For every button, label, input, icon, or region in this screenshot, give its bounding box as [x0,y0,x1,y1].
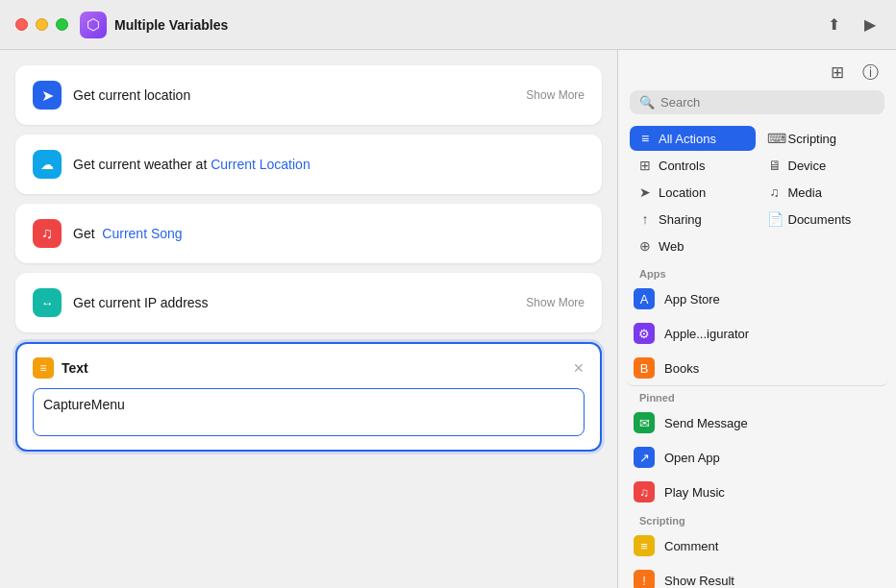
play-music-label: Play Music [664,485,725,500]
action-weather-label: Get current weather at Current Location [73,157,585,172]
play-music-icon: ♫ [634,481,655,502]
media-icon: ♫ [767,184,783,200]
category-location[interactable]: ➤ Location [630,180,756,205]
category-scripting-label: Scripting [788,132,837,146]
list-item-comment[interactable]: ≡ Comment [626,528,888,563]
category-device-label: Device [788,159,827,173]
action-get-ip[interactable]: ↔ Get current IP address Show More [15,273,602,332]
action-get-song[interactable]: ♫ Get Current Song [15,204,602,263]
send-message-label: Send Message [664,416,748,430]
list-item-app-store[interactable]: A App Store [626,282,888,316]
category-sharing-label: Sharing [659,212,702,227]
comment-icon: ≡ [634,535,655,556]
open-app-label: Open App [664,451,720,465]
comment-label: Comment [664,539,718,553]
category-media[interactable]: ♫ Media [759,180,885,205]
category-scripting[interactable]: ⌨ Scripting [759,126,885,151]
action-get-location[interactable]: ➤ Get current location Show More [15,65,602,125]
category-controls[interactable]: ⊞ Controls [630,153,756,178]
category-location-label: Location [659,185,706,200]
documents-icon: 📄 [767,211,783,227]
category-sharing[interactable]: ↑ Sharing [630,207,756,232]
show-result-label: Show Result [664,574,734,588]
traffic-lights [15,18,68,31]
scripting-section-label: Scripting [626,509,888,528]
apple-configurator-icon: ⚙ [634,323,655,344]
location-nav-icon: ➤ [637,184,653,200]
main-content: ➤ Get current location Show More ☁ Get c… [0,50,896,588]
books-label: Books [664,361,699,376]
pinned-section-label: Pinned [626,386,888,405]
list-item-play-music[interactable]: ♫ Play Music [626,475,888,509]
search-icon: 🔍 [639,95,655,110]
category-web-label: Web [659,239,684,254]
category-documents[interactable]: 📄 Documents [759,207,885,232]
add-to-library-button[interactable]: ⊞ [827,61,848,83]
list-item-apple-configurator[interactable]: ⚙ Apple...igurator [626,316,888,351]
books-icon: B [634,357,655,379]
list-item-show-result[interactable]: ! Show Result [626,563,888,588]
location-icon: ➤ [33,81,62,110]
category-controls-label: Controls [659,159,705,173]
info-button[interactable]: ⓘ [859,61,881,83]
category-web[interactable]: ⊕ Web [630,233,756,258]
sharing-icon: ↑ [637,211,653,227]
category-device[interactable]: 🖥 Device [759,153,885,178]
list-item-books[interactable]: B Books [626,351,888,386]
zoom-button[interactable] [56,18,68,31]
category-nav: ≡ All Actions ⌨ Scripting ⊞ Controls 🖥 D… [618,122,896,262]
text-card-header: ≡ Text ✕ [33,357,585,379]
app-store-label: App Store [664,292,720,306]
action-get-weather[interactable]: ☁ Get current weather at Current Locatio… [15,135,602,194]
text-card: ≡ Text ✕ CaptureMenu [15,342,602,452]
search-container: 🔍 [618,90,896,122]
text-card-icon: ≡ [33,357,54,379]
show-result-icon: ! [634,570,655,588]
text-card-close-button[interactable]: ✕ [573,360,585,376]
song-variable: Current Song [102,226,182,241]
open-app-icon: ↗ [634,447,655,468]
send-message-icon: ✉ [634,412,655,433]
search-input[interactable] [660,95,875,110]
apps-section-label: Apps [626,262,888,282]
left-pane: ➤ Get current location Show More ☁ Get c… [0,50,617,588]
weather-variable: Current Location [211,157,311,172]
right-top-bar: ⊞ ⓘ [618,50,896,90]
ip-icon: ↔ [33,288,62,317]
web-icon: ⊕ [637,238,653,254]
ip-show-more[interactable]: Show More [526,296,585,309]
category-media-label: Media [788,185,822,200]
category-documents-label: Documents [788,212,852,227]
action-ip-label: Get current IP address [73,295,526,310]
action-song-label: Get Current Song [73,226,585,241]
controls-icon: ⊞ [637,158,653,173]
action-list: Apps A App Store ⚙ Apple...igurator B Bo… [618,262,896,588]
text-input[interactable]: CaptureMenu [33,388,585,436]
text-card-title: Text [62,360,573,376]
scripting-icon: ⌨ [767,131,783,146]
action-location-label: Get current location [73,87,526,103]
right-pane: ⊞ ⓘ 🔍 ≡ All Actions ⌨ Scripting ⊞ Contro… [617,50,896,588]
share-button[interactable]: ⬆ [823,14,844,36]
list-item-send-message[interactable]: ✉ Send Message [626,405,888,440]
category-all-label: All Actions [659,132,716,146]
category-all-actions[interactable]: ≡ All Actions [630,126,756,151]
weather-icon: ☁ [33,150,62,179]
play-button[interactable]: ▶ [859,14,881,36]
titlebar-actions: ⬆ ▶ [823,14,881,36]
minimize-button[interactable] [36,18,48,31]
search-box: 🔍 [630,90,884,114]
app-icon: ⬡ [80,12,107,38]
app-store-icon: A [634,288,655,309]
music-icon: ♫ [33,219,62,248]
close-button[interactable] [15,18,28,31]
titlebar: ⬡ Multiple Variables ⬆ ▶ [0,0,896,50]
list-item-open-app[interactable]: ↗ Open App [626,440,888,475]
all-actions-icon: ≡ [637,131,653,146]
location-show-more[interactable]: Show More [526,88,585,102]
window-title: Multiple Variables [114,17,823,33]
apple-configurator-label: Apple...igurator [664,327,749,341]
device-icon: 🖥 [767,158,783,173]
